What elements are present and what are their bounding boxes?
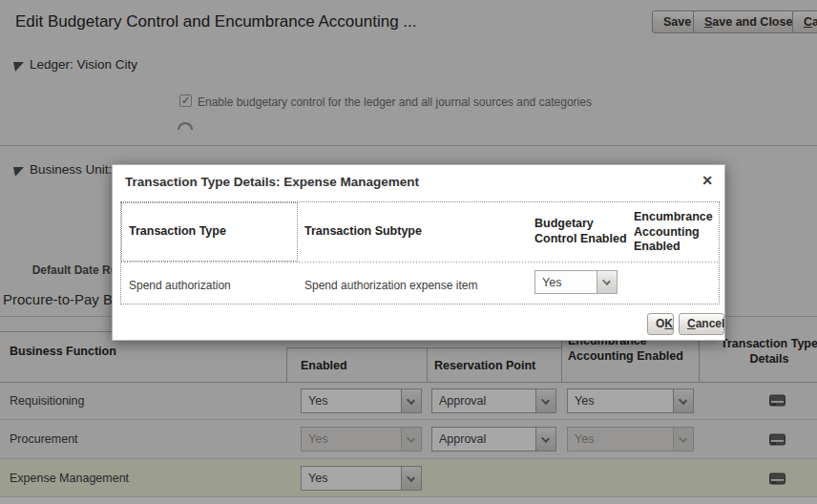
transaction-subtype-cell: Spend authorization expense item [304,279,477,292]
budgetary-header-line2: Control Enabled [534,232,627,247]
ok-label: O [656,317,664,330]
modal-encumbrance-line2: Accounting [634,225,713,241]
dialog-cancel-button[interactable]: Cancel [679,313,724,335]
transaction-type-cell: Spend authorization [129,279,231,292]
chevron-down-icon[interactable] [597,271,617,293]
dialog-title: Transaction Type Details: Expense Manage… [125,175,419,189]
budgetary-header-line1: Budgetary [534,217,627,232]
encumbrance-accounting-enabled-header: Encumbrance Accounting Enabled [634,210,713,255]
transaction-subtype-header: Transaction Subtype [304,224,422,240]
modal-encumbrance-line3: Enabled [634,240,713,255]
ok-button[interactable]: OK [647,313,674,335]
dialog-cancel-accesskey: C [687,317,696,330]
select-value: Yes [535,271,597,293]
transaction-type-details-dialog: Transaction Type Details: Expense Manage… [112,164,725,341]
budgetary-control-enabled-header: Budgetary Control Enabled [534,217,627,246]
modal-encumbrance-line1: Encumbrance [634,210,713,225]
ok-accesskey: K [664,317,673,330]
table-header-separator [121,262,719,262]
dialog-cancel-label: ancel [696,317,725,330]
transaction-type-header: Transaction Type [129,224,226,240]
budgetary-control-enabled-select[interactable]: Yes [534,270,618,294]
dialog-table: Transaction Type Transaction Subtype Bud… [120,201,720,304]
app-window: Edit Budgetary Control and Encumbrance A… [0,0,817,504]
close-icon[interactable]: ✕ [702,173,713,188]
